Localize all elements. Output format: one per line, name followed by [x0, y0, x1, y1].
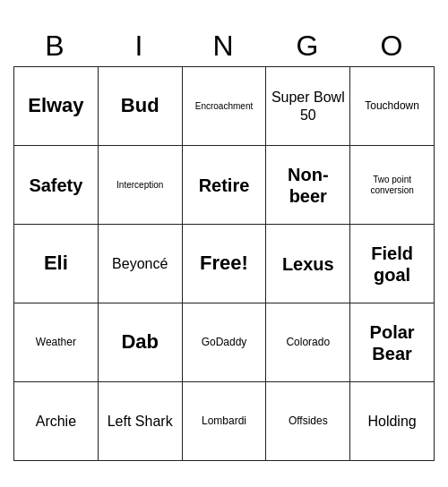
bingo-cell-6[interactable]: Interception [99, 146, 183, 225]
bingo-cell-23[interactable]: Offsides [266, 382, 350, 461]
bingo-header: BINGO [13, 26, 435, 66]
bingo-cell-20[interactable]: Archie [14, 382, 99, 461]
bingo-cell-17[interactable]: GoDaddy [183, 303, 267, 382]
bingo-cell-24[interactable]: Holding [350, 382, 435, 461]
bingo-cell-14[interactable]: Field goal [350, 225, 435, 303]
bingo-cell-1[interactable]: Bud [99, 67, 183, 146]
bingo-cell-21[interactable]: Left Shark [99, 382, 183, 461]
bingo-cell-3[interactable]: Super Bowl 50 [266, 67, 350, 146]
header-letter-n: N [182, 26, 266, 66]
bingo-cell-10[interactable]: Eli [14, 225, 99, 303]
bingo-cell-2[interactable]: Encroachment [183, 67, 267, 146]
bingo-cell-16[interactable]: Dab [99, 303, 183, 382]
bingo-cell-7[interactable]: Retire [183, 146, 267, 225]
header-letter-b: B [13, 26, 98, 66]
bingo-cell-13[interactable]: Lexus [266, 225, 350, 303]
bingo-cell-15[interactable]: Weather [14, 303, 99, 382]
bingo-cell-22[interactable]: Lombardi [183, 382, 267, 461]
header-letter-g: G [266, 26, 350, 66]
header-letter-o: O [350, 26, 435, 66]
bingo-cell-9[interactable]: Two point conversion [350, 146, 435, 225]
bingo-cell-8[interactable]: Non-beer [266, 146, 350, 225]
header-letter-i: I [98, 26, 182, 66]
bingo-cell-0[interactable]: Elway [14, 67, 99, 146]
bingo-cell-11[interactable]: Beyoncé [99, 225, 183, 303]
bingo-cell-4[interactable]: Touchdown [350, 67, 435, 146]
bingo-grid: ElwayBudEncroachmentSuper Bowl 50Touchdo… [13, 66, 435, 461]
bingo-cell-19[interactable]: Polar Bear [350, 303, 435, 382]
bingo-cell-18[interactable]: Colorado [266, 303, 350, 382]
bingo-card: BINGO ElwayBudEncroachmentSuper Bowl 50T… [13, 26, 435, 461]
bingo-cell-5[interactable]: Safety [14, 146, 99, 225]
bingo-cell-12[interactable]: Free! [183, 225, 267, 303]
